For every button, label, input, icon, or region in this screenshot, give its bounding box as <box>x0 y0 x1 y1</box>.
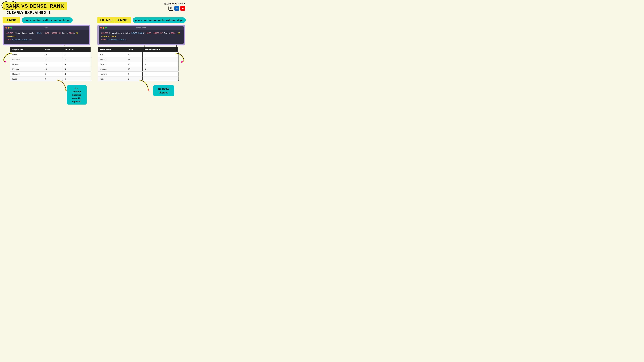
rank-cell-name: Messi <box>10 52 42 57</box>
tables-row: PlayerName Goals GoalRank Messi 15 1 Ron… <box>0 45 188 104</box>
dense-rank-table: PlayerName Goals DenseGoalRank Messi 15 … <box>98 47 178 81</box>
rank-cell-name: Haaland <box>10 71 42 76</box>
dense-rank-table-body: Messi 15 1 Ronaldo 12 2 Neymar 10 3 Mbap… <box>98 52 178 81</box>
dense-cell-rank: 1 <box>143 52 178 57</box>
dense-cell-rank: 3 <box>143 62 178 66</box>
dense-cell-name: Haaland <box>98 71 126 76</box>
dot-red-2 <box>100 27 102 28</box>
subtitle: CLEARLY EXPLAINED !!! <box>6 10 52 14</box>
dense-cell-goals: 15 <box>126 52 143 57</box>
rank-table: PlayerName Goals GoalRank Messi 15 1 Ron… <box>10 47 90 81</box>
rank-cell-goals: 12 <box>42 57 62 62</box>
dense-cell-name: Ronaldo <box>98 57 126 62</box>
rank-code-body: SELECT PlayerName, Goals, RANK() OVER (O… <box>4 30 89 44</box>
linkedin-icon[interactable]: in <box>174 6 179 11</box>
dense-rank-table-row: Ronaldo 12 2 <box>98 57 178 62</box>
dense-rank-code-panel: dense_rank SELECT PlayerName, Goals, DEN… <box>97 24 185 45</box>
rank-col-playername: PlayerName <box>10 47 42 52</box>
rank-badge: RANK <box>2 17 20 23</box>
dense-cell-rank: 2 <box>143 57 178 62</box>
rank-cell-goals: 10 <box>42 62 62 66</box>
social-handle: @_jaydeepkarale <box>164 2 185 5</box>
dense-col-goals: Goals <box>126 47 143 52</box>
rank-cell-name: Neymar <box>10 62 42 66</box>
dense-rank-table-header-row: PlayerName Goals DenseGoalRank <box>98 47 178 52</box>
dense-rank-code-window: dense_rank SELECT PlayerName, Goals, DEN… <box>99 26 184 44</box>
rank-table-row: Ronaldo 12 2 <box>10 57 90 62</box>
dense-cell-rank: 4 <box>143 71 178 76</box>
rank-cell-rank: 3 <box>63 62 91 66</box>
title-block: RANK VS DENSE_RANK CLEARLY EXPLAINED !!! <box>2 2 67 14</box>
rank-cell-rank: 3 <box>63 66 91 71</box>
rank-col-goals: Goals <box>42 47 62 52</box>
dense-rank-section-header: DENSE_RANK gives continuous ranks withou… <box>97 17 186 23</box>
rank-code-panel: rank SELECT PlayerName, Goals, RANK() OV… <box>2 24 90 45</box>
right-big-arrow <box>174 52 186 64</box>
youtube-icon[interactable]: ▶ <box>180 6 185 11</box>
dense-rank-code-body: SELECT PlayerName, Goals, DENSE_RANK() O… <box>99 30 184 44</box>
dense-cell-goals: 10 <box>126 62 143 66</box>
dense-cell-name: Neymar <box>98 62 126 66</box>
sections-row: RANK skips positions after equal ranking… <box>0 15 188 24</box>
dense-col-playername: PlayerName <box>98 47 126 52</box>
dense-rank-description: gives continuous ranks without skips <box>133 17 186 23</box>
dot-red <box>6 27 7 28</box>
dot-green <box>10 27 12 28</box>
dense-rank-table-row: Haaland 8 4 <box>98 71 178 76</box>
rank-cell-name: Mbappe <box>10 66 42 71</box>
rank-table-row: Kane 8 5 <box>10 76 90 81</box>
dense-cell-goals: 12 <box>126 57 143 62</box>
social-icons-row: 𝕏 in ▶ <box>168 6 185 11</box>
callout-noskip: No ranksskipped <box>153 85 174 96</box>
dot-yellow <box>8 27 10 28</box>
dense-cell-goals: 8 <box>126 71 143 76</box>
dense-rank-table-row: Messi 15 1 <box>98 52 178 57</box>
dense-rank-table-panel: PlayerName Goals DenseGoalRank Messi 15 … <box>98 47 178 104</box>
rank-cell-rank: 2 <box>63 57 91 62</box>
dense-cell-name: Kane <box>98 76 126 81</box>
rank-cell-rank: 1 <box>63 52 91 57</box>
dot-yellow-2 <box>103 27 104 28</box>
left-big-arrow <box>2 52 13 64</box>
rank-table-panel: PlayerName Goals GoalRank Messi 15 1 Ron… <box>10 47 90 104</box>
dense-rank-code-title: dense_rank <box>136 27 146 29</box>
rank-titlebar: rank <box>4 26 89 30</box>
main-title: RANK VS DENSE_RANK <box>2 2 67 10</box>
dense-rank-table-row: Neymar 10 3 <box>98 62 178 66</box>
rank-table-row: Mbappe 10 3 <box>10 66 90 71</box>
code-sections-row: rank SELECT PlayerName, Goals, RANK() OV… <box>0 24 188 45</box>
rank-table-row: Haaland 8 5 <box>10 71 90 76</box>
rank-cell-name: Kane <box>10 76 42 81</box>
dense-cell-rank: 3 <box>143 66 178 71</box>
x-icon[interactable]: 𝕏 <box>168 6 173 11</box>
rank-table-body: Messi 15 1 Ronaldo 12 2 Neymar 10 3 Mbap… <box>10 52 90 81</box>
rank-section-header: RANK skips positions after equal ranking… <box>2 17 90 23</box>
rank-table-row: Messi 15 1 <box>10 52 90 57</box>
rank-table-row: Neymar 10 3 <box>10 62 90 66</box>
rank-cell-goals: 10 <box>42 66 62 71</box>
dot-green-2 <box>105 27 107 28</box>
dense-cell-name: Mbappe <box>98 66 126 71</box>
dense-rank-titlebar: dense_rank <box>99 26 184 30</box>
rank-cell-goals: 8 <box>42 71 62 76</box>
dense-cell-goals: 10 <box>126 66 143 71</box>
dense-rank-badge: DENSE_RANK <box>97 17 131 23</box>
rank-callout-area: 4 isskippedbecauserank 3 isrepeated <box>10 81 90 104</box>
header: RANK VS DENSE_RANK CLEARLY EXPLAINED !!!… <box>0 0 188 15</box>
dense-callout-area: No ranksskipped <box>98 81 178 104</box>
rank-description: skips positions after equal rankings <box>22 17 73 23</box>
social-block: @_jaydeepkarale 𝕏 in ▶ <box>164 2 185 11</box>
rank-cell-name: Ronaldo <box>10 57 42 62</box>
rank-col-goalrank: GoalRank <box>63 47 91 52</box>
rank-cell-goals: 15 <box>42 52 62 57</box>
rank-code-window: rank SELECT PlayerName, Goals, RANK() OV… <box>4 26 89 44</box>
rank-code-title: rank <box>44 27 48 29</box>
dense-col-densegoalrank: DenseGoalRank <box>143 47 178 52</box>
dense-cell-name: Messi <box>98 52 126 57</box>
rank-table-header-row: PlayerName Goals GoalRank <box>10 47 90 52</box>
dense-rank-table-row: Mbappe 10 3 <box>98 66 178 71</box>
rank-cell-rank: 5 <box>63 71 91 76</box>
